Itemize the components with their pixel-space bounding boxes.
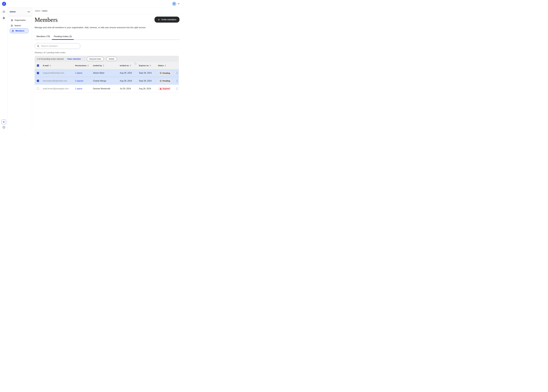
cell-invited-on: Jul 29, 2024 bbox=[120, 88, 139, 90]
sidebar-item-members[interactable]: Members bbox=[10, 28, 28, 33]
row-menu-kebab-icon[interactable] bbox=[176, 71, 178, 75]
plus-icon bbox=[158, 19, 160, 21]
column-header-status[interactable]: Status bbox=[158, 64, 175, 67]
cell-expires-on: Sept 28, 2024 bbox=[139, 72, 158, 74]
column-header-email[interactable]: E-mail bbox=[43, 64, 75, 67]
resend-invite-button[interactable]: Resend invite bbox=[87, 57, 104, 61]
cell-invited-on: Aug 29, 2024 bbox=[120, 72, 139, 74]
clock-pending-icon bbox=[160, 80, 162, 82]
search-icon bbox=[37, 45, 39, 47]
row-menu-kebab-icon[interactable] bbox=[176, 79, 178, 83]
column-header-permissions[interactable]: Permissions bbox=[75, 64, 93, 67]
app-logo[interactable] bbox=[2, 2, 6, 6]
sidebar-header: Admin bbox=[8, 7, 32, 16]
status-badge-pending: Pending bbox=[158, 79, 172, 83]
app-window: { "topbar": { "avatar_initial": "K" }, "… bbox=[0, 0, 183, 131]
chevron-down-icon[interactable] bbox=[178, 3, 180, 5]
sidebar-nav: Organisation Spaces Members bbox=[8, 16, 32, 33]
search-box[interactable] bbox=[35, 43, 80, 49]
cell-permissions-link[interactable]: 2 spaces bbox=[75, 80, 93, 82]
clear-selection-link[interactable]: Clear selection bbox=[67, 58, 81, 60]
delete-button[interactable]: Delete bbox=[106, 57, 117, 61]
building-icon bbox=[11, 19, 13, 21]
column-header-invited-by[interactable]: Invited by bbox=[93, 64, 120, 67]
sidebar-item-organisation[interactable]: Organisation bbox=[8, 17, 32, 23]
cell-permissions-link[interactable]: 1 space bbox=[75, 88, 93, 90]
cell-invited-on: Aug 29, 2024 bbox=[120, 80, 139, 82]
cell-invited-by: Abram Bator bbox=[93, 72, 120, 74]
cell-invited-by: Desirae Westervelt bbox=[93, 88, 120, 90]
bank-icon bbox=[2, 16, 5, 19]
spaces-icon bbox=[11, 24, 13, 27]
page-content: Members Invite members Manage and view a… bbox=[32, 16, 183, 93]
sidebar-item-label: Spaces bbox=[14, 24, 21, 27]
sort-icon bbox=[87, 65, 89, 66]
warning-triangle-icon bbox=[160, 88, 162, 90]
tools-icon bbox=[3, 121, 5, 123]
table-row[interactable]: magusnet@verifyai.net... 1 space Abram B… bbox=[35, 69, 179, 77]
clock-pending-icon bbox=[160, 72, 162, 74]
sort-icon bbox=[150, 65, 151, 66]
cell-email: andy.brown@pineapple.com bbox=[43, 88, 75, 90]
avatar[interactable]: K bbox=[172, 2, 176, 6]
status-badge-expired: Expired bbox=[158, 87, 171, 91]
icon-rail bbox=[0, 7, 8, 131]
table-header-row: E-mail Permissions Invited by Invited on… bbox=[35, 62, 179, 69]
status-badge-pending: Pending bbox=[158, 71, 172, 75]
breadcrumb-section[interactable]: Admin bbox=[35, 10, 40, 12]
breadcrumb-separator: / bbox=[41, 10, 42, 12]
sidebar-item-label: Organisation bbox=[14, 19, 26, 21]
info-button[interactable] bbox=[3, 126, 5, 129]
invite-members-button[interactable]: Invite members bbox=[154, 17, 180, 23]
library-button[interactable] bbox=[1, 9, 6, 14]
tab-bar: Members (79) Pending invites (3) bbox=[35, 35, 180, 40]
account-menu[interactable]: K bbox=[172, 0, 180, 7]
breadcrumb: Admin / Users bbox=[32, 7, 183, 14]
selection-count: 2 of 54 pending invites selected bbox=[37, 58, 64, 60]
table-row[interactable]: andy.brown@pineapple.com 1 space Desirae… bbox=[35, 85, 179, 92]
cell-expires-on: Sept 28, 2024 bbox=[139, 80, 158, 82]
pending-invites-table: 2 of 54 pending invites selected Clear s… bbox=[35, 56, 179, 93]
tab-members[interactable]: Members (79) bbox=[35, 35, 52, 40]
cell-invited-by: Charlie Mango bbox=[93, 80, 120, 82]
sort-icon bbox=[130, 65, 131, 66]
row-checkbox[interactable] bbox=[37, 72, 39, 74]
sort-icon bbox=[165, 65, 166, 66]
cell-permissions-link[interactable]: 1 space bbox=[75, 72, 93, 74]
title-row: Members Invite members bbox=[35, 16, 183, 23]
main-panel: Admin / Users Members Invite members Man… bbox=[32, 7, 183, 131]
column-header-invited-on[interactable]: Invited on bbox=[120, 64, 139, 67]
avatar-initial: K bbox=[173, 3, 175, 5]
column-header-expires-on[interactable]: Expires on bbox=[139, 64, 158, 67]
logo-bolt-icon bbox=[3, 3, 5, 5]
selection-bar: 2 of 54 pending invites selected Clear s… bbox=[35, 56, 179, 62]
invite-members-label: Invite members bbox=[161, 18, 176, 21]
admin-tools-button[interactable] bbox=[1, 119, 6, 124]
cell-expires-on: Aug 28, 2024 bbox=[139, 88, 158, 90]
page-description: Manage and view all members in your orga… bbox=[35, 26, 183, 29]
organisation-home-button[interactable] bbox=[1, 15, 6, 20]
book-icon bbox=[2, 10, 5, 13]
page-title: Members bbox=[35, 16, 58, 23]
select-all-checkbox[interactable] bbox=[37, 64, 39, 67]
admin-sidebar: Admin Organisation bbox=[8, 7, 32, 131]
sort-icon bbox=[103, 65, 104, 66]
cell-email: bmcmahon@optonline.net... bbox=[43, 80, 75, 82]
sidebar-item-spaces[interactable]: Spaces bbox=[8, 23, 32, 28]
sidebar-item-label: Members bbox=[15, 30, 24, 32]
sidebar-title: Admin bbox=[10, 11, 16, 13]
sort-icon bbox=[49, 65, 51, 66]
results-summary: Showing 1 of 1 pending invites invites bbox=[35, 52, 183, 54]
info-icon bbox=[3, 126, 5, 129]
row-menu-kebab-icon[interactable] bbox=[176, 87, 178, 90]
row-checkbox[interactable] bbox=[37, 80, 39, 82]
tab-pending-invites[interactable]: Pending invites (3) bbox=[52, 35, 74, 40]
table-row[interactable]: bmcmahon@optonline.net... 2 spaces Charl… bbox=[35, 77, 179, 85]
collapse-sidebar-icon[interactable] bbox=[28, 11, 30, 13]
breadcrumb-page: Users bbox=[42, 10, 47, 12]
cell-email: magusnet@verifyai.net... bbox=[43, 72, 75, 74]
row-checkbox[interactable] bbox=[37, 88, 39, 90]
search-input[interactable] bbox=[41, 45, 80, 47]
people-icon bbox=[12, 29, 14, 32]
top-bar: K bbox=[0, 0, 183, 7]
